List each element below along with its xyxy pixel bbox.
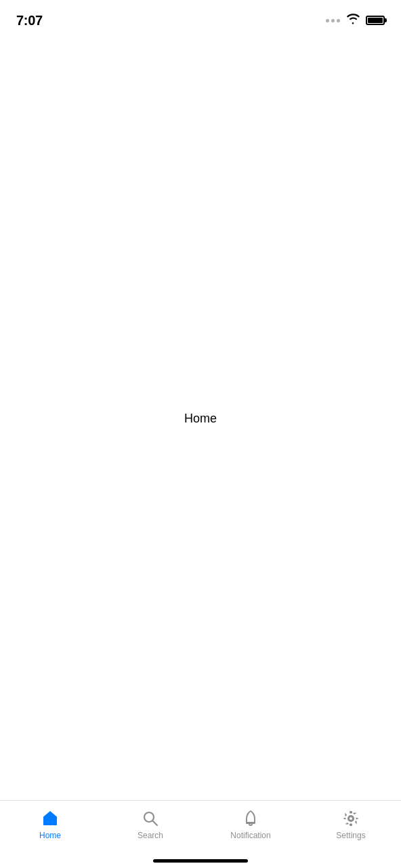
- home-icon: [41, 809, 60, 828]
- battery-icon: [366, 16, 385, 25]
- search-icon: [141, 809, 160, 828]
- tab-search-label: Search: [138, 831, 163, 840]
- svg-line-2: [153, 821, 158, 826]
- status-bar: 7:07: [0, 0, 401, 37]
- main-content: Home: [0, 37, 401, 800]
- home-indicator: [153, 859, 248, 863]
- tab-bar: Home Search Notification: [0, 800, 401, 868]
- notification-icon: [241, 809, 260, 828]
- svg-point-5: [349, 816, 353, 821]
- tab-home-label: Home: [39, 831, 61, 840]
- settings-icon: [341, 809, 360, 828]
- tab-search[interactable]: Search: [100, 808, 200, 840]
- tab-home[interactable]: Home: [0, 808, 100, 840]
- status-icons: [326, 14, 385, 27]
- tab-notification-label: Notification: [230, 831, 270, 840]
- tab-settings-label: Settings: [336, 831, 365, 840]
- svg-rect-3: [246, 823, 255, 824]
- tab-settings[interactable]: Settings: [301, 808, 401, 840]
- status-time: 7:07: [16, 13, 43, 28]
- wifi-icon: [345, 14, 360, 27]
- svg-rect-0: [47, 821, 53, 825]
- tab-notification[interactable]: Notification: [200, 808, 301, 840]
- signal-dots-icon: [326, 19, 340, 22]
- home-page-label: Home: [184, 412, 217, 426]
